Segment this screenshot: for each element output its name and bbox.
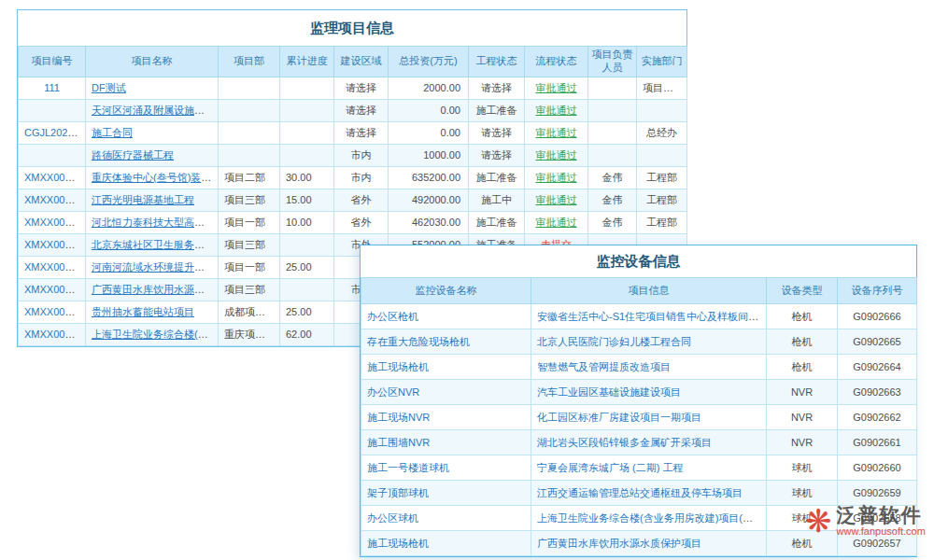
project-id-link[interactable]: XMXX00024 xyxy=(24,194,82,205)
project-dept-cell xyxy=(219,77,280,99)
col-header-device-name: 监控设备名称 xyxy=(361,278,531,304)
project-dept-cell: 重庆项目部 xyxy=(219,323,280,345)
col-header-impl-dept: 实施部门 xyxy=(637,47,687,77)
device-project-link[interactable]: 广西黄田水库饮用水源水质保护项目 xyxy=(537,538,701,549)
region-cell: 请选择 xyxy=(334,77,389,99)
impl-dept-cell: 工程部 xyxy=(637,166,687,189)
project-dept-cell: 项目一部 xyxy=(219,256,280,278)
supervision-table-row: 天河区河涌及附属设施维修养护和... 请选择 0.00 施工准备 审批通过 xyxy=(19,99,687,121)
region-cell: 市内 xyxy=(334,166,389,189)
project-name-link[interactable]: 江西光明电源基地工程 xyxy=(92,194,194,205)
device-type-cell: 枪机 xyxy=(767,304,838,329)
flow-status-link[interactable]: 审批通过 xyxy=(536,82,577,93)
project-status-cell: 施工准备 xyxy=(469,211,525,233)
flow-status-link[interactable]: 审批通过 xyxy=(536,217,577,228)
flow-status-link[interactable]: 审批通过 xyxy=(536,127,577,138)
region-cell: 请选择 xyxy=(334,99,389,121)
project-name-link[interactable]: 路德医疗器械工程 xyxy=(92,149,174,161)
device-project-link[interactable]: 化工园区标准厂房建设项目一期项目 xyxy=(537,412,701,423)
flow-status-link[interactable]: 审批通过 xyxy=(536,149,577,161)
device-project-link[interactable]: 智慧燃气及管网提质改造项目 xyxy=(537,361,671,372)
device-type-cell: NVR xyxy=(767,405,838,430)
device-name-link[interactable]: 办公区球机 xyxy=(367,512,418,524)
project-id-link[interactable]: XMXX00023 xyxy=(24,217,82,228)
person-cell xyxy=(588,121,637,144)
devices-table-row: 施工一号楼道球机 宁夏会展湾东城广场 (二期) 工程 球机 G0902660 xyxy=(361,455,917,481)
project-name-link[interactable]: 上海卫生院业务综合楼(含业务用... xyxy=(92,329,219,340)
device-project-link[interactable]: 江西交通运输管理总站交通枢纽及停车场项目 xyxy=(537,487,743,498)
flow-status-link[interactable]: 审批通过 xyxy=(536,194,577,205)
flow-status-link[interactable]: 审批通过 xyxy=(536,105,577,116)
project-name-link[interactable]: 天河区河涌及附属设施维修养护和... xyxy=(92,105,219,116)
progress-cell xyxy=(280,99,334,121)
region-cell: 省外 xyxy=(334,189,389,211)
device-name-link[interactable]: 架子顶部球机 xyxy=(367,487,429,498)
project-id-link[interactable]: XMXX00022 xyxy=(24,239,82,250)
impl-dept-cell xyxy=(637,99,687,121)
project-id-link[interactable]: XMXX00025 xyxy=(24,172,82,183)
fanpu-watermark: ❋ 泛普软件 www.fanpusoft.com xyxy=(805,504,926,537)
project-status-cell: 请选择 xyxy=(469,77,525,99)
project-name-link[interactable]: 河北恒力泰科技大型高端智能装备... xyxy=(92,217,219,228)
device-name-link[interactable]: 施工现场枪机 xyxy=(367,538,429,549)
project-status-cell: 施工准备 xyxy=(469,99,525,121)
project-status-cell: 施工准备 xyxy=(469,166,525,189)
project-id-link[interactable]: XMXX00021 xyxy=(24,261,82,273)
col-header-investment: 总投资(万元) xyxy=(389,47,469,77)
project-name-link[interactable]: 北京东城社区卫生服务中心建设项... xyxy=(92,239,219,250)
col-header-person: 项目负责人员 xyxy=(588,47,637,77)
project-dept-cell xyxy=(219,121,280,144)
device-name-link[interactable]: 办公区枪机 xyxy=(367,311,418,322)
device-project-link[interactable]: 宁夏会展湾东城广场 (二期) 工程 xyxy=(537,462,683,473)
progress-cell xyxy=(280,144,334,166)
project-name-link[interactable]: DF测试 xyxy=(92,82,126,93)
project-dept-cell: 项目三部 xyxy=(219,189,280,211)
investment-cell: 462030.00 xyxy=(389,211,469,233)
supervision-header-row: 项目编号 项目名称 项目部 累计进度 建设区域 总投资(万元) 工程状态 流程状… xyxy=(19,47,687,77)
project-dept-cell xyxy=(219,144,280,166)
project-name-link[interactable]: 施工合同 xyxy=(92,127,133,138)
device-project-link[interactable]: 安徽省生活中心-S1住宅项目销售中心及样板间精装修... xyxy=(537,311,767,322)
flow-status-link[interactable]: 审批通过 xyxy=(536,172,577,183)
device-name-link[interactable]: 施工一号楼道球机 xyxy=(367,462,449,473)
fanpu-watermark-text: 泛普软件 www.fanpusoft.com xyxy=(837,504,926,537)
device-project-link[interactable]: 上海卫生院业务综合楼(含业务用房改建)项目(集中隔离... xyxy=(537,512,767,524)
devices-table-row: 架子顶部球机 江西交通运输管理总站交通枢纽及停车场项目 球机 G0902659 xyxy=(361,481,917,506)
device-type-cell: 枪机 xyxy=(767,355,838,380)
person-cell xyxy=(588,77,637,99)
device-name-link[interactable]: 施工现场枪机 xyxy=(367,361,429,372)
device-name-link[interactable]: 施工现场NVR xyxy=(367,412,430,423)
project-id-link[interactable]: XMXX00020 xyxy=(24,284,82,295)
col-header-project-id: 项目编号 xyxy=(19,47,86,77)
person-cell xyxy=(588,99,637,121)
project-id-link[interactable]: XMXX00019 xyxy=(24,306,82,317)
project-dept-cell: 项目三部 xyxy=(219,233,280,256)
device-serial-cell: G0902659 xyxy=(838,481,917,506)
project-name-link[interactable]: 贵州抽水蓄能电站项目 xyxy=(92,306,194,317)
person-cell xyxy=(588,144,637,166)
col-header-progress: 累计进度 xyxy=(280,47,334,77)
progress-cell xyxy=(280,233,334,256)
supervision-table-row: XMXX00025 重庆体验中心(叁号馆)装修工程 项目二部 30.00 市内 … xyxy=(19,166,687,189)
progress-cell xyxy=(280,278,334,301)
project-id-link[interactable]: 111 xyxy=(44,82,60,93)
device-project-link[interactable]: 湖北岩头区段铅锌银多金属矿开采项目 xyxy=(537,437,712,448)
project-name-link[interactable]: 河南河流域水环境提升工程 xyxy=(92,261,215,273)
project-name-link[interactable]: 广西黄田水库饮用水源水质保护项目 xyxy=(92,284,219,295)
project-id-link[interactable]: XMXX00018 xyxy=(24,329,82,340)
impl-dept-cell: 工程部 xyxy=(637,189,687,211)
device-project-link[interactable]: 汽车工业园区基础设施建设项目 xyxy=(537,386,681,398)
progress-cell xyxy=(280,77,334,99)
devices-table-row: 办公区NVR 汽车工业园区基础设施建设项目 NVR G0902663 xyxy=(361,380,917,405)
project-name-link[interactable]: 重庆体验中心(叁号馆)装修工程 xyxy=(92,172,219,183)
supervision-table-row: 路德医疗器械工程 市内 1000.00 请选择 审批通过 xyxy=(19,144,687,166)
device-project-link[interactable]: 北京人民医院门诊妇儿楼工程合同 xyxy=(537,336,691,347)
device-name-link[interactable]: 存在重大危险现场枪机 xyxy=(367,336,470,347)
project-dept-cell: 项目二部 xyxy=(219,166,280,189)
project-dept-cell: 项目一部 xyxy=(219,211,280,233)
project-id-link[interactable]: CGJL202311... xyxy=(24,127,86,138)
device-name-link[interactable]: 施工围墙NVR xyxy=(367,437,430,448)
project-status-cell: 请选择 xyxy=(469,144,525,166)
device-name-link[interactable]: 办公区NVR xyxy=(367,386,419,398)
fanpu-url-text: www.fanpusoft.com xyxy=(837,525,926,537)
